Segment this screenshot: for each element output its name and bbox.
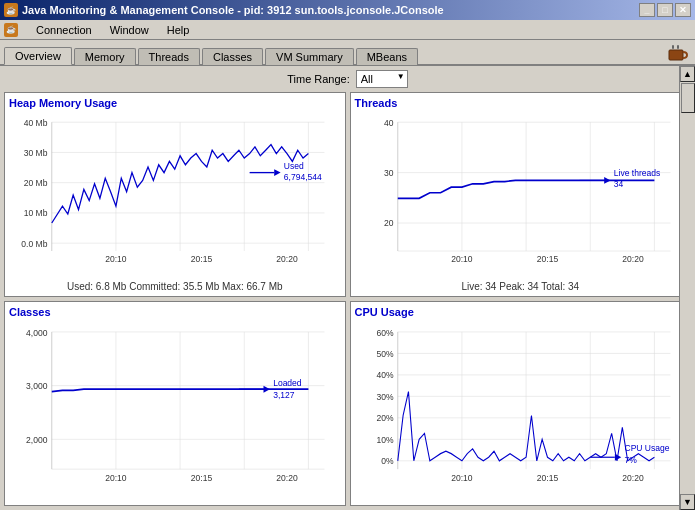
svg-text:20:15: 20:15 [536,254,558,264]
menu-bar: ☕ Connection Window Help [0,20,695,40]
svg-text:20:10: 20:10 [105,473,126,484]
svg-text:20:10: 20:10 [105,254,127,264]
scrollbar: ▲ ▼ [679,66,695,510]
svg-text:20:20: 20:20 [276,473,297,484]
svg-text:30%: 30% [376,392,393,403]
svg-text:20:15: 20:15 [191,254,213,264]
svg-text:0%: 0% [381,456,393,467]
tab-classes[interactable]: Classes [202,48,263,65]
time-range-bar: Time Range: All 1 min 5 min 10 min [4,70,691,88]
svg-text:Live threads: Live threads [613,168,660,178]
close-button[interactable]: ✕ [675,3,691,17]
svg-text:3,000: 3,000 [26,381,47,392]
svg-text:30: 30 [383,168,393,178]
cpu-chart-title: CPU Usage [355,306,687,318]
svg-text:20%: 20% [376,413,393,424]
classes-chart-body: 4,000 3,000 2,000 20:10 20:15 20:20 Load… [9,320,341,499]
svg-marker-41 [604,177,610,184]
tab-mbeans[interactable]: MBeans [356,48,418,65]
minimize-button[interactable]: _ [639,3,655,17]
svg-text:34: 34 [613,179,623,189]
svg-text:4,000: 4,000 [26,327,47,338]
svg-text:40%: 40% [376,370,393,381]
svg-text:6,794,544: 6,794,544 [284,172,322,182]
scroll-track [680,82,695,494]
svg-text:20:20: 20:20 [622,254,644,264]
scroll-thumb[interactable] [681,83,695,113]
cpu-chart-panel: CPU Usage 60% [350,301,692,506]
svg-text:20 Mb: 20 Mb [24,178,48,188]
svg-text:CPU Usage: CPU Usage [624,443,669,454]
svg-text:20: 20 [383,218,393,228]
menu-help[interactable]: Help [163,23,194,37]
heap-chart-panel: Heap Memory Usage 40 Mb [4,92,346,297]
svg-text:40 Mb: 40 Mb [24,117,48,127]
svg-text:20:20: 20:20 [276,254,298,264]
time-range-label: Time Range: [287,73,350,85]
svg-text:10 Mb: 10 Mb [24,208,48,218]
svg-text:3,127: 3,127 [273,389,294,400]
cpu-chart-body: 60% 50% 40% 30% 20% 10% 0% 20:10 20:15 2… [355,320,687,499]
title-bar: ☕ Java Monitoring & Management Console -… [0,0,695,20]
tab-threads[interactable]: Threads [138,48,200,65]
svg-text:40: 40 [383,117,393,127]
scroll-up-button[interactable]: ▲ [680,66,695,82]
tab-vm-summary[interactable]: VM Summary [265,48,354,65]
charts-grid: Heap Memory Usage 40 Mb [4,92,691,506]
menu-connection[interactable]: Connection [32,23,96,37]
svg-text:Used: Used [284,161,304,171]
svg-rect-2 [677,45,679,49]
svg-text:20:15: 20:15 [191,473,212,484]
svg-text:10%: 10% [376,434,393,445]
svg-text:Loaded: Loaded [273,377,302,388]
svg-text:2,000: 2,000 [26,434,47,445]
maximize-button[interactable]: □ [657,3,673,17]
threads-chart-body: 40 30 20 20:10 20:15 20:20 Live threads … [355,111,687,279]
threads-chart-title: Threads [355,97,687,109]
svg-text:30 Mb: 30 Mb [24,148,48,158]
threads-chart-footer: Live: 34 Peak: 34 Total: 34 [355,281,687,292]
classes-chart-panel: Classes 4,000 3,000 2,000 [4,301,346,506]
classes-chart-title: Classes [9,306,341,318]
svg-text:0.0 Mb: 0.0 Mb [21,238,47,248]
svg-text:20:15: 20:15 [536,473,557,484]
menu-window[interactable]: Window [106,23,153,37]
window-title: Java Monitoring & Management Console - p… [22,4,444,16]
time-range-wrapper: All 1 min 5 min 10 min [356,70,408,88]
coffee-icon [665,42,691,64]
app-menu-icon: ☕ [4,23,18,37]
svg-rect-0 [669,50,683,60]
app-icon: ☕ [4,3,18,17]
heap-chart-title: Heap Memory Usage [9,97,341,109]
svg-text:60%: 60% [376,327,393,338]
tab-memory[interactable]: Memory [74,48,136,65]
main-content: Time Range: All 1 min 5 min 10 min Heap … [0,66,695,510]
tabs-bar: Overview Memory Threads Classes VM Summa… [0,40,695,66]
heap-chart-body: 40 Mb 30 Mb 20 Mb 10 Mb 0.0 Mb 20:10 20:… [9,111,341,279]
svg-rect-1 [672,45,674,49]
window-controls: _ □ ✕ [639,3,691,17]
svg-text:7%: 7% [624,455,636,466]
time-range-select[interactable]: All 1 min 5 min 10 min [356,70,408,88]
tab-overview[interactable]: Overview [4,47,72,65]
svg-text:20:10: 20:10 [451,473,472,484]
threads-chart-panel: Threads 40 30 20 [350,92,692,297]
svg-text:50%: 50% [376,349,393,360]
svg-marker-22 [274,169,280,176]
svg-text:20:20: 20:20 [622,473,643,484]
svg-marker-60 [264,386,270,393]
svg-text:20:10: 20:10 [451,254,473,264]
heap-chart-footer: Used: 6.8 Mb Committed: 35.5 Mb Max: 66.… [9,281,341,292]
scroll-down-button[interactable]: ▼ [680,494,695,510]
